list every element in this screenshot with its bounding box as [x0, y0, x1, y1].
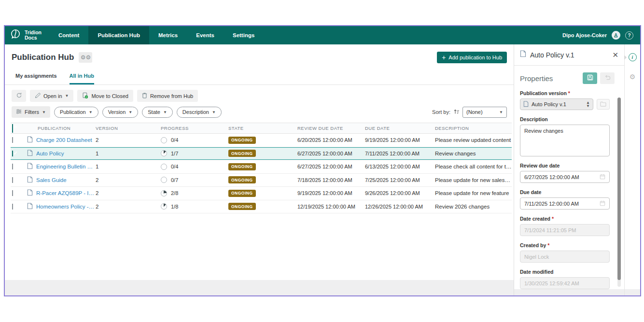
state-badge: ONGOING — [228, 150, 256, 157]
col-header-due-date[interactable]: DUE DATE — [365, 126, 435, 131]
version-value: 2 — [96, 190, 161, 196]
publication-version-select[interactable]: Auto Policy v.1 ▲▼ — [520, 98, 593, 110]
filter-pill-state[interactable]: State▼ — [142, 107, 173, 118]
filter-row: Filters ▼ Publication▼Version▼State▼Desc… — [5, 102, 514, 122]
move-to-closed-button[interactable]: Move to Closed — [77, 90, 133, 102]
filter-pill-description[interactable]: Description▼ — [177, 107, 222, 118]
chevron-down-icon: ▼ — [42, 110, 46, 114]
col-header-state[interactable]: STATE — [228, 126, 297, 131]
save-button[interactable] — [583, 72, 597, 84]
publication-link[interactable]: Engineering Bulletin a0008... — [36, 164, 96, 169]
row-checkbox[interactable] — [12, 204, 13, 210]
plus-icon: + — [442, 54, 446, 61]
publication-link[interactable]: Homeowners Policy - Stand... — [36, 204, 96, 210]
hub-settings-button[interactable]: ⚙⚙ — [79, 52, 92, 63]
row-checkbox[interactable] — [12, 137, 13, 143]
chevron-down-icon: ▼ — [128, 110, 132, 114]
table-row[interactable]: Homeowners Policy - Stand...21/8ONGOING1… — [11, 200, 512, 214]
table-row[interactable]: Sales Guide20/7ONGOING7/18/2025 12:00:00… — [11, 174, 512, 187]
user-name: Dipo Ajose-Coker — [562, 32, 607, 38]
row-checkbox[interactable] — [12, 177, 13, 183]
scrollbar-thumb[interactable] — [617, 98, 621, 280]
user-avatar[interactable]: ♙ — [612, 31, 620, 40]
panel-footer-strip — [514, 289, 624, 295]
filter-pill-version[interactable]: Version▼ — [102, 107, 139, 118]
nav-item-publication-hub[interactable]: Publication Hub — [88, 26, 149, 44]
sort-direction-icon[interactable] — [453, 109, 460, 116]
state-badge: ONGOING — [228, 203, 256, 210]
spinner-icon: ▲▼ — [586, 101, 590, 108]
sliders-icon — [16, 109, 22, 115]
panel-pointer-notch — [624, 55, 627, 60]
remove-from-hub-button[interactable]: Remove from Hub — [137, 90, 198, 102]
undo-icon — [604, 74, 611, 82]
review-due-date-value: 9/19/2025 12:00:00 AM — [297, 190, 365, 196]
nav-item-settings[interactable]: Settings — [224, 26, 264, 44]
version-value: 2 — [96, 137, 161, 143]
col-header-publication[interactable]: PUBLICATION — [27, 126, 96, 131]
toolbar: Open in ▼ Move to Closed Remove from Hub — [5, 85, 514, 102]
version-value: 2 — [96, 204, 161, 210]
tab-all-in-hub[interactable]: All in Hub — [70, 73, 94, 84]
review-due-date-label: Review due date — [520, 163, 615, 168]
filter-pill-publication[interactable]: Publication▼ — [54, 107, 98, 118]
progress-text: 0/4 — [171, 137, 178, 143]
side-icon-strip: i ⚙ — [624, 44, 640, 295]
progress-text: 1/7 — [171, 151, 178, 156]
save-icon — [587, 74, 593, 82]
undo-button[interactable] — [600, 72, 615, 84]
publication-link[interactable]: Sales Guide — [36, 177, 67, 183]
due-date-value: 12/26/2025 12:00:00 AM — [365, 204, 435, 210]
due-date-value: 9/26/2025 12:00:00 AM — [365, 190, 435, 196]
publication-link[interactable]: Auto Policy — [36, 151, 64, 156]
nav-item-metrics[interactable]: Metrics — [149, 26, 187, 44]
info-icon[interactable]: i — [629, 53, 637, 61]
row-checkbox[interactable] — [12, 151, 13, 156]
browse-folder-button[interactable] — [597, 99, 610, 110]
open-in-button[interactable]: Open in ▼ — [30, 90, 73, 102]
table-row[interactable]: R-Pacer AZQ589P - Instruc...22/8ONGOING9… — [11, 187, 512, 200]
col-header-version[interactable]: VERSION — [96, 126, 161, 131]
calendar-icon[interactable] — [600, 174, 605, 181]
review-due-date-value: 6/27/2025 12:00:00 AM — [297, 151, 365, 156]
settings-gear-icon[interactable]: ⚙ — [630, 73, 636, 81]
panel-scrollbar — [617, 98, 621, 287]
row-checkbox[interactable] — [12, 190, 13, 196]
chevron-down-icon: ▼ — [212, 110, 216, 114]
nav-item-events[interactable]: Events — [187, 26, 224, 44]
publication-link[interactable]: Charge 200 Datasheet — [36, 137, 92, 143]
review-due-date-value: 6/20/2025 12:00:00 AM — [297, 137, 365, 143]
due-date-value: 9/19/2025 12:00:00 AM — [365, 137, 435, 143]
doc-icon — [27, 136, 33, 144]
publication-link[interactable]: R-Pacer AZQ589P - Instruc... — [36, 190, 96, 196]
due-date-input[interactable]: 7/11/2025 12:00:00 AM — [520, 197, 610, 210]
doc-icon — [27, 150, 33, 157]
table-row[interactable]: Engineering Bulletin a0008...10/4ONGOING… — [11, 160, 512, 174]
sort-by-select[interactable]: (None) ▼ — [462, 107, 507, 118]
row-checkbox[interactable] — [12, 164, 13, 169]
description-value: Please check all content for tec... — [435, 164, 512, 169]
col-header-review-due-date[interactable]: REVIEW DUE DATE — [297, 126, 365, 131]
add-publication-button[interactable]: + Add publication to Hub — [437, 52, 507, 63]
review-due-date-input[interactable]: 6/27/2025 12:00:00 AM — [520, 171, 610, 183]
date-created-input: 7/1/2024 11:21:05 PM — [520, 224, 610, 236]
help-icon[interactable]: ? — [625, 31, 633, 40]
calendar-icon[interactable] — [600, 200, 605, 207]
tab-my-assignments[interactable]: My assignments — [15, 73, 57, 84]
app-logo[interactable]: Tridion Docs — [5, 26, 49, 44]
due-date-label: Due date — [520, 189, 615, 195]
nav-item-content[interactable]: Content — [49, 26, 88, 44]
table-row[interactable]: Charge 200 Datasheet20/4ONGOING6/20/2025… — [11, 134, 512, 147]
col-header-progress[interactable]: PROGRESS — [161, 126, 228, 131]
created-by-label: Created by — [520, 242, 615, 248]
select-all-checkbox[interactable] — [12, 124, 13, 133]
app-window: Tridion Docs ContentPublication HubMetri… — [4, 25, 641, 296]
col-header-description[interactable]: DESCRIPTION — [435, 126, 512, 131]
table-row[interactable]: Auto Policy11/7ONGOING6/27/2025 12:00:00… — [11, 147, 512, 161]
filters-button[interactable]: Filters ▼ — [12, 106, 50, 118]
refresh-button[interactable] — [12, 90, 26, 102]
description-textarea[interactable]: Review changes — [520, 125, 610, 156]
properties-section-title: Properties — [520, 74, 553, 83]
close-panel-button[interactable]: ✕ — [612, 51, 618, 59]
doc-icon — [27, 189, 33, 197]
